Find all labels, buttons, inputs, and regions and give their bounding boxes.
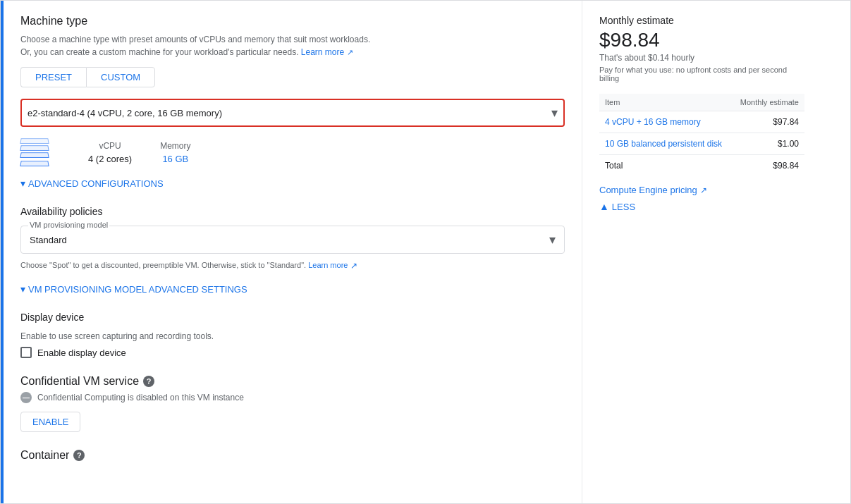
stack-layer-3 — [20, 152, 49, 158]
main-content: Machine type Choose a machine type with … — [4, 1, 582, 503]
vcpu-value: 4 (2 cores) — [88, 154, 132, 164]
advanced-config-link[interactable]: ▾ ADVANCED CONFIGURATIONS — [20, 178, 565, 189]
chevron-down-icon-vm: ▾ — [20, 283, 25, 295]
learn-more-machine-link[interactable]: Learn more ↗ — [301, 47, 353, 57]
confidential-vm-help-icon[interactable]: ? — [143, 376, 154, 387]
stack-layer-1 — [20, 138, 49, 144]
stack-layer-2 — [20, 145, 49, 151]
machine-type-title: Machine type — [20, 15, 565, 27]
estimate-table: Item Monthly estimate 4 vCPU + 16 GB mem… — [599, 94, 804, 176]
less-label: LESS — [612, 202, 635, 212]
estimate-row-total: Total $98.84 — [599, 155, 804, 177]
estimate-table-header-item: Item — [599, 94, 732, 111]
display-device-title: Display device — [20, 312, 565, 323]
container-help-icon[interactable]: ? — [73, 450, 85, 461]
display-device-section: Display device Enable to use screen capt… — [20, 312, 565, 358]
external-link-icon-vm: ↗ — [350, 261, 357, 271]
external-link-icon: ↗ — [347, 48, 353, 56]
container-section: Container ? — [20, 449, 565, 462]
less-link[interactable]: ▲ LESS — [599, 201, 804, 212]
estimate-item-vcpu-memory[interactable]: 4 vCPU + 16 GB memory — [599, 111, 732, 133]
machine-type-select[interactable]: e2-standard-4 (4 vCPU, 2 core, 16 GB mem… — [20, 99, 565, 127]
vm-advanced-settings-label: VM PROVISIONING MODEL ADVANCED SETTINGS — [28, 284, 247, 295]
memory-label: Memory — [160, 141, 190, 151]
confidential-vm-enable-button[interactable]: ENABLE — [20, 412, 80, 432]
stack-layer-4 — [20, 161, 49, 166]
vm-provisioning-learn-more-link[interactable]: Learn more ↗ — [308, 261, 357, 269]
confidential-vm-status-icon — [20, 392, 32, 403]
display-device-description: Enable to use screen capturing and recor… — [20, 331, 565, 341]
custom-button[interactable]: CUSTOM — [86, 67, 155, 87]
chevron-down-icon: ▾ — [551, 105, 558, 121]
right-panel: Monthly estimate $98.84 That's about $0.… — [582, 1, 821, 503]
estimate-row-vcpu-memory: 4 vCPU + 16 GB memory $97.84 — [599, 111, 804, 133]
confidential-vm-title: Confidential VM service — [20, 375, 139, 388]
machine-specs: vCPU 4 (2 cores) Memory 16 GB — [20, 138, 565, 166]
estimate-price-total: $98.84 — [732, 155, 804, 177]
memory-spec-group: Memory 16 GB — [160, 141, 190, 164]
enable-display-device-row: Enable display device — [20, 347, 565, 358]
chevron-up-icon: ▲ — [599, 201, 609, 212]
confidential-vm-status-row: Confidential Computing is disabled on th… — [20, 392, 565, 403]
billing-note: Pay for what you use: no upfront costs a… — [599, 66, 804, 82]
container-title: Container — [20, 449, 69, 462]
estimate-price-vcpu-memory: $97.84 — [732, 111, 804, 133]
monthly-price: $98.84 — [599, 29, 804, 51]
hourly-price: That's about $0.14 hourly — [599, 53, 804, 63]
stack-icon — [20, 138, 49, 166]
vm-provisioning-model-label: VM provisioning model — [28, 221, 109, 229]
monthly-estimate-title: Monthly estimate — [599, 15, 804, 26]
estimate-table-header-estimate: Monthly estimate — [732, 94, 804, 111]
confidential-vm-title-row: Confidential VM service ? — [20, 375, 565, 388]
vm-advanced-settings-link[interactable]: ▾ VM PROVISIONING MODEL ADVANCED SETTING… — [20, 283, 565, 295]
vm-provisioning-model-field: VM provisioning model Standard ▾ — [20, 226, 565, 254]
vcpu-spec-group: vCPU 4 (2 cores) — [88, 141, 132, 164]
vcpu-label: vCPU — [99, 141, 121, 151]
vm-provisioning-hint: Choose "Spot" to get a discounted, preem… — [20, 259, 565, 272]
external-link-icon-ce: ↗ — [700, 185, 707, 195]
chevron-down-icon-adv: ▾ — [20, 178, 25, 189]
compute-engine-pricing-link[interactable]: Compute Engine pricing ↗ — [599, 185, 804, 195]
machine-type-button-group: PRESET CUSTOM — [20, 67, 565, 87]
vm-provisioning-chevron-icon: ▾ — [549, 232, 556, 247]
preset-button[interactable]: PRESET — [20, 67, 86, 87]
estimate-row-disk: 10 GB balanced persistent disk $1.00 — [599, 133, 804, 155]
confidential-vm-section: Confidential VM service ? Confidential C… — [20, 375, 565, 432]
estimate-price-disk: $1.00 — [732, 133, 804, 155]
availability-policies-title: Availability policies — [20, 206, 565, 217]
enable-display-device-checkbox[interactable] — [20, 347, 32, 358]
container-title-row: Container ? — [20, 449, 565, 462]
estimate-item-total: Total — [599, 155, 732, 177]
machine-type-select-value: e2-standard-4 (4 vCPU, 2 core, 16 GB mem… — [27, 108, 551, 118]
enable-display-device-label: Enable display device — [37, 348, 126, 358]
confidential-vm-status-text: Confidential Computing is disabled on th… — [37, 393, 244, 402]
advanced-config-label: ADVANCED CONFIGURATIONS — [28, 178, 164, 189]
machine-type-description: Choose a machine type with preset amount… — [20, 33, 565, 59]
estimate-item-disk[interactable]: 10 GB balanced persistent disk — [599, 133, 732, 155]
vm-provisioning-model-value: Standard — [30, 235, 67, 245]
memory-value: 16 GB — [162, 154, 188, 164]
compute-engine-pricing-text: Compute Engine pricing — [599, 185, 697, 195]
